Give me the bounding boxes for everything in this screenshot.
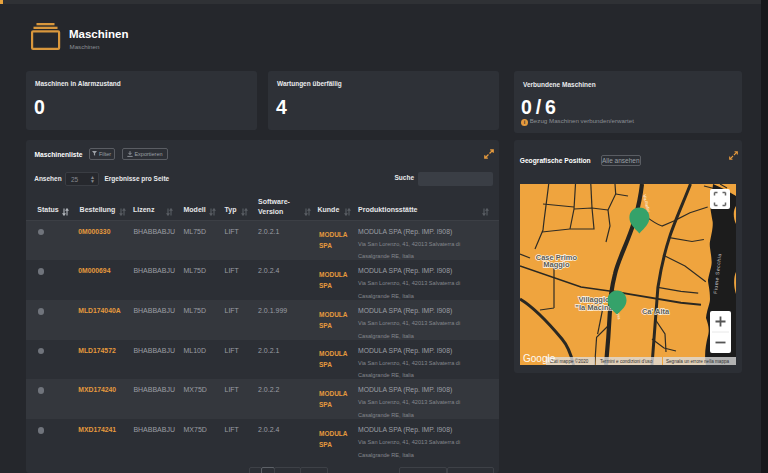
svg-text:"la Macina: "la Macina: [575, 303, 613, 312]
svg-text:Dati mappe ©2020: Dati mappe ©2020: [550, 358, 589, 364]
svg-text:Maggio: Maggio: [543, 260, 570, 269]
svg-text:Segnala un errore nella mappa: Segnala un errore nella mappa: [666, 359, 730, 364]
svg-text:Termini e condizioni d'uso: Termini e condizioni d'uso: [600, 359, 653, 364]
svg-text:Ca' Alta: Ca' Alta: [642, 307, 670, 316]
svg-text:Google: Google: [523, 353, 556, 364]
